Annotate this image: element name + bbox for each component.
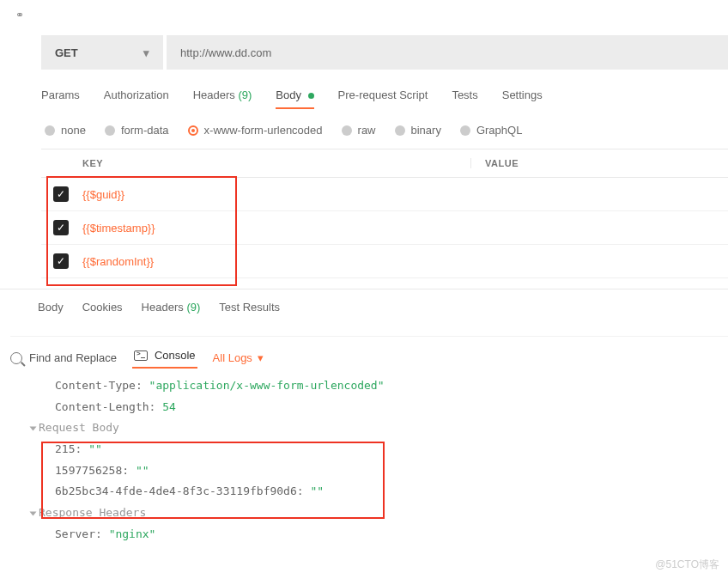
triangle-down-icon — [30, 426, 37, 430]
body-type-raw[interactable]: raw — [342, 124, 376, 137]
response-headers-section[interactable]: Response Headers — [31, 503, 728, 524]
url-text: http://www.dd.com — [180, 46, 271, 59]
tab-tests[interactable]: Tests — [452, 88, 477, 108]
console-icon — [134, 350, 148, 361]
response-headers-label: Headers — [142, 301, 184, 314]
response-tab-test-results[interactable]: Test Results — [219, 301, 280, 314]
radio-icon — [395, 125, 405, 136]
response-tab-body[interactable]: Body — [38, 301, 64, 314]
row-checkbox[interactable]: ✓ — [53, 186, 69, 202]
tab-icon: ⚭ — [15, 9, 22, 21]
section-label: Response Headers — [39, 506, 146, 519]
table-row[interactable]: ✓ {{$randomInt}} — [41, 245, 728, 278]
chevron-down-icon: ▾ — [258, 351, 264, 364]
value-column-header: VALUE — [470, 158, 519, 168]
http-method-select[interactable]: GET ▾ — [41, 35, 163, 70]
triangle-down-icon — [30, 511, 37, 515]
all-logs-dropdown[interactable]: All Logs ▾ — [213, 351, 264, 364]
log-key: 6b25bc34-4fde-4de4-8f3c-33119fbf90d6: — [55, 485, 304, 497]
console-label: Console — [155, 349, 196, 362]
log-value: "" — [88, 442, 102, 455]
key-column-header: KEY — [41, 158, 470, 168]
body-type-binary[interactable]: binary — [395, 124, 441, 137]
request-body-section[interactable]: Request Body — [31, 417, 728, 439]
watermark: @51CTO博客 — [655, 558, 719, 572]
log-value: "" — [310, 485, 324, 497]
log-value: "" — [136, 464, 149, 477]
radio-icon — [342, 125, 352, 136]
tab-body[interactable]: Body — [276, 88, 313, 108]
radio-label: none — [61, 124, 86, 137]
radio-label: form-data — [121, 124, 169, 137]
log-key: Server: — [55, 527, 102, 540]
radio-label: GraphQL — [476, 124, 522, 137]
log-key: 1597756258: — [55, 464, 129, 477]
response-tab-cookies[interactable]: Cookies — [82, 301, 123, 314]
tab-prerequest[interactable]: Pre-request Script — [338, 88, 428, 108]
tab-headers[interactable]: Headers (9) — [193, 88, 252, 108]
table-row[interactable]: ✓ {{$guid}} — [41, 178, 728, 211]
log-value: 54 — [162, 400, 176, 413]
tab-headers-label: Headers — [193, 88, 235, 101]
find-replace-label: Find and Replace — [29, 351, 117, 364]
method-label: GET — [55, 46, 78, 59]
key-cell[interactable]: {{$randomInt}} — [82, 255, 154, 268]
radio-icon — [105, 125, 115, 136]
radio-icon — [460, 125, 470, 136]
row-checkbox[interactable]: ✓ — [53, 220, 69, 235]
console-output: Content-Type: "application/x-www-form-ur… — [55, 375, 728, 545]
log-key: Content-Type: — [55, 379, 143, 392]
search-icon — [10, 352, 22, 364]
radio-label: raw — [358, 124, 376, 137]
tab-authorization[interactable]: Authorization — [104, 88, 169, 108]
radio-label: x-www-form-urlencoded — [204, 124, 323, 137]
log-value: "application/x-www-form-urlencoded" — [149, 379, 385, 392]
log-key: 215: — [55, 442, 82, 455]
response-tab-headers[interactable]: Headers (9) — [142, 301, 201, 314]
find-and-replace-button[interactable]: Find and Replace — [10, 351, 117, 364]
body-type-graphql[interactable]: GraphQL — [460, 124, 522, 137]
response-headers-count: (9) — [186, 301, 200, 314]
radio-label: binary — [411, 124, 441, 137]
body-type-form-data[interactable]: form-data — [105, 124, 169, 137]
table-row[interactable]: ✓ {{$timestamp}} — [41, 211, 728, 245]
tab-params[interactable]: Params — [41, 88, 80, 108]
row-checkbox[interactable]: ✓ — [53, 253, 69, 269]
body-type-none[interactable]: none — [45, 124, 86, 137]
console-button[interactable]: Console — [134, 349, 196, 367]
tab-settings[interactable]: Settings — [502, 88, 543, 108]
radio-icon — [45, 125, 55, 136]
body-active-dot-icon — [308, 93, 314, 99]
log-key: Content-Length: — [55, 400, 155, 413]
headers-count: (9) — [238, 88, 252, 101]
tab-body-label: Body — [276, 88, 301, 101]
log-value: "nginx" — [109, 527, 156, 540]
body-type-urlencoded[interactable]: x-www-form-urlencoded — [188, 124, 323, 137]
all-logs-label: All Logs — [213, 351, 252, 364]
key-cell[interactable]: {{$guid}} — [82, 188, 124, 201]
section-label: Request Body — [39, 421, 119, 434]
radio-selected-icon — [188, 125, 198, 136]
chevron-down-icon: ▾ — [143, 46, 149, 59]
key-cell[interactable]: {{$timestamp}} — [82, 222, 155, 235]
url-input[interactable]: http://www.dd.com — [167, 35, 728, 70]
